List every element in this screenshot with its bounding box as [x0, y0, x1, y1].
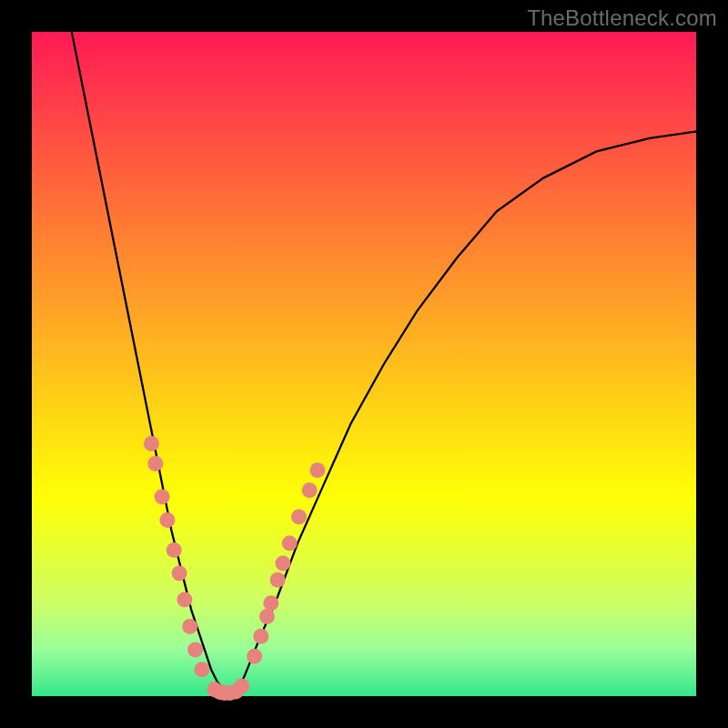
data-dot [182, 619, 197, 634]
data-dot [234, 679, 249, 694]
data-dot [167, 542, 182, 558]
watermark-label: TheBottleneck.com [527, 5, 717, 31]
data-dot [253, 629, 268, 644]
data-dot [194, 662, 209, 677]
data-dot [144, 436, 159, 451]
data-dot [259, 609, 275, 624]
data-dot [172, 566, 187, 581]
data-dot [270, 572, 286, 588]
data-dot [147, 456, 163, 471]
chart-frame: TheBottleneck.com [0, 0, 728, 728]
plot-area [32, 32, 696, 696]
data-dot [187, 642, 203, 657]
curve-layer [32, 32, 696, 696]
data-dot [177, 592, 192, 608]
data-dot [302, 482, 318, 498]
data-dot [159, 512, 175, 528]
data-dot [291, 509, 307, 524]
data-dot [282, 536, 298, 551]
bottleneck-curve [72, 32, 696, 693]
data-dots [144, 436, 326, 701]
data-dot [309, 462, 325, 478]
data-dot [275, 556, 290, 571]
data-dot [247, 649, 262, 664]
data-dot [263, 595, 278, 611]
data-dot [155, 490, 170, 505]
